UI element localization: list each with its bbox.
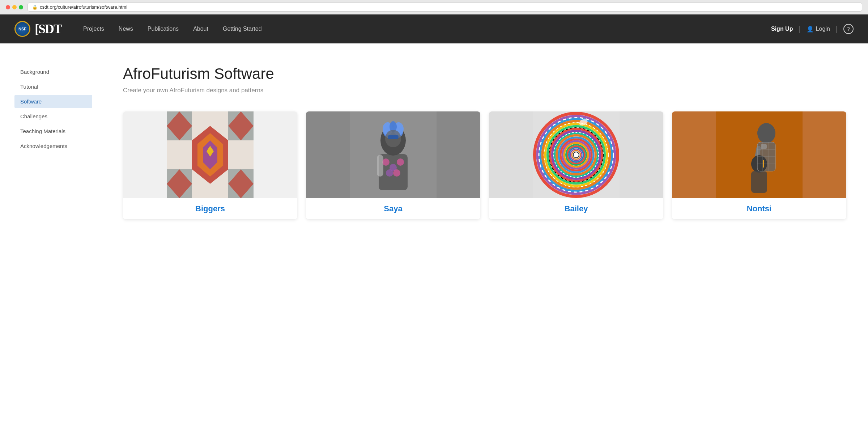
sidebar-item-teaching-materials[interactable]: Teaching Materials xyxy=(14,124,92,138)
main-content: AfroFuturism Software Create your own Af… xyxy=(101,43,868,432)
address-bar[interactable]: 🔒 csdt.org/culture/afrofuturism/software… xyxy=(27,3,862,12)
card-biggers-image xyxy=(123,111,297,198)
navbar: NSF [SDT Projects News Publications Abou… xyxy=(0,14,868,43)
card-bailey[interactable]: Bailey xyxy=(489,111,663,219)
url-text: csdt.org/culture/afrofuturism/software.h… xyxy=(40,4,127,10)
card-nontsi-image xyxy=(672,111,846,198)
sidebar-item-background[interactable]: Background xyxy=(14,65,92,79)
svg-rect-68 xyxy=(763,160,764,168)
svg-point-27 xyxy=(393,169,400,177)
svg-point-49 xyxy=(573,152,579,158)
cards-grid: Biggers xyxy=(123,111,846,219)
svg-rect-61 xyxy=(751,171,767,193)
window-controls xyxy=(6,5,23,9)
nav-divider2: | xyxy=(836,25,838,33)
svg-point-56 xyxy=(757,123,775,143)
help-button[interactable]: ? xyxy=(843,24,854,34)
svg-rect-28 xyxy=(377,155,383,177)
page-subtitle: Create your own AfroFuturism designs and… xyxy=(123,87,846,94)
svg-rect-21 xyxy=(388,135,399,139)
svg-point-26 xyxy=(386,169,393,177)
browser-chrome: 🔒 csdt.org/culture/afrofuturism/software… xyxy=(0,0,868,14)
navbar-brand[interactable]: NSF [SDT xyxy=(14,21,61,37)
card-biggers[interactable]: Biggers xyxy=(123,111,297,219)
sidebar-item-software[interactable]: Software xyxy=(14,95,92,108)
user-icon: 👤 xyxy=(807,26,814,33)
maximize-dot xyxy=(19,5,23,9)
card-biggers-label: Biggers xyxy=(123,198,297,219)
close-dot xyxy=(6,5,10,9)
login-button[interactable]: 👤 Login xyxy=(807,26,830,33)
nav-divider: | xyxy=(799,25,800,33)
lock-icon: 🔒 xyxy=(32,5,38,10)
navbar-nav: Projects News Publications About Getting… xyxy=(76,14,771,43)
nav-about[interactable]: About xyxy=(186,14,216,43)
card-nontsi[interactable]: Nontsi xyxy=(672,111,846,219)
card-saya-label: Saya xyxy=(306,198,480,219)
minimize-dot xyxy=(12,5,17,9)
page-container: Background Tutorial Software Challenges … xyxy=(0,43,868,432)
signup-button[interactable]: Sign Up xyxy=(771,26,793,32)
nav-publications[interactable]: Publications xyxy=(140,14,186,43)
svg-point-25 xyxy=(397,158,404,166)
sidebar-item-challenges[interactable]: Challenges xyxy=(14,110,92,123)
sidebar: Background Tutorial Software Challenges … xyxy=(0,43,101,432)
page-title: AfroFuturism Software xyxy=(123,65,846,82)
card-saya[interactable]: Saya xyxy=(306,111,480,219)
csdt-logo: [SDT xyxy=(35,21,61,37)
sidebar-item-acknowledgements[interactable]: Acknowledgements xyxy=(14,139,92,153)
navbar-right: Sign Up | 👤 Login | ? xyxy=(771,24,854,34)
card-saya-image xyxy=(306,111,480,198)
nav-projects[interactable]: Projects xyxy=(76,14,111,43)
nsf-badge: NSF xyxy=(14,21,30,37)
card-bailey-image xyxy=(489,111,663,198)
sidebar-item-tutorial[interactable]: Tutorial xyxy=(14,80,92,93)
nav-news[interactable]: News xyxy=(111,14,140,43)
svg-rect-58 xyxy=(761,144,767,149)
nav-getting-started[interactable]: Getting Started xyxy=(216,14,269,43)
card-bailey-label: Bailey xyxy=(489,198,663,219)
card-nontsi-label: Nontsi xyxy=(672,198,846,219)
